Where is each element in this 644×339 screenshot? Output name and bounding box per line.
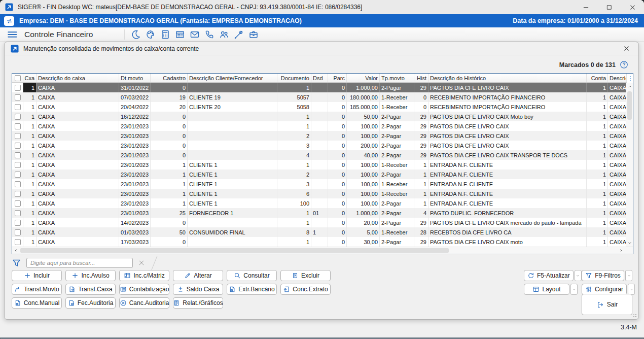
- scroll-down-button[interactable]: [626, 240, 633, 247]
- table-row[interactable]: 1CAIXA23/01/20231CLIENTE 11000100,002-Pa…: [12, 198, 627, 208]
- hamburger-icon[interactable]: [6, 29, 17, 40]
- vertical-scroll-thumb[interactable]: [627, 91, 632, 120]
- row-checkbox[interactable]: [15, 210, 21, 216]
- button-incluir[interactable]: Incluir: [12, 270, 62, 281]
- row-checkbox[interactable]: [15, 123, 21, 129]
- row-checkbox[interactable]: [15, 152, 21, 158]
- table-row[interactable]: 1CAIXA20/04/202220CLIENTE 2050580185.000…: [12, 102, 627, 112]
- column-header-dt-movto[interactable]: Dt.movto: [119, 74, 151, 82]
- maximize-button[interactable]: [597, 0, 621, 14]
- button-layout[interactable]: Layout: [524, 284, 569, 295]
- row-checkbox[interactable]: [15, 104, 21, 110]
- select-all-checkbox[interactable]: [15, 75, 21, 81]
- table-row[interactable]: 1CAIXA23/01/2023020100,002-Pagar29PAGTOS…: [12, 131, 627, 141]
- row-checkbox[interactable]: [15, 133, 21, 139]
- table-row[interactable]: 1CAIXA23/01/20231CLIENTE 110100,001-Rece…: [12, 160, 627, 170]
- button-canc-auditoria[interactable]: Canc.Auditoria: [119, 297, 169, 309]
- button-transf-movto[interactable]: Transf.Movto: [12, 284, 62, 295]
- button-conc-extrato[interactable]: Conc.Extrato: [280, 284, 331, 295]
- row-checkbox[interactable]: [15, 181, 21, 187]
- phone-icon[interactable]: [204, 29, 214, 40]
- vertical-scrollbar[interactable]: [626, 83, 633, 247]
- column-header-tp-movto[interactable]: Tp.movto: [380, 74, 414, 82]
- button-consultar[interactable]: Consultar: [227, 270, 277, 281]
- row-checkbox[interactable]: [15, 191, 21, 197]
- table-row[interactable]: 1CAIXA23/01/20231CLIENTE 120100,002-Paga…: [12, 170, 627, 179]
- row-checkbox[interactable]: [15, 220, 21, 226]
- palette-icon[interactable]: [146, 29, 156, 40]
- row-checkbox[interactable]: [15, 200, 21, 207]
- table-row[interactable]: 1CAIXA01/03/202350CONSUMIDOR FINAL8105,0…: [12, 227, 627, 237]
- column-header-dsd[interactable]: Dsd: [311, 74, 328, 82]
- envelope-icon[interactable]: [190, 29, 200, 40]
- button-f5-atualizar[interactable]: F5-Atualizar: [524, 270, 574, 281]
- button-inc-avulso[interactable]: Inc.Avulso: [65, 270, 116, 281]
- scroll-up-button[interactable]: [626, 83, 633, 90]
- button-f9-filtros[interactable]: F9-Filtros: [582, 270, 624, 281]
- clear-search-icon[interactable]: [138, 259, 145, 266]
- funnel-icon[interactable]: [12, 258, 21, 268]
- dropdown-toggle-f5-atualizar[interactable]: [575, 270, 582, 281]
- table-row[interactable]: 1CAIXA23/01/2023010100,002-Pagar29PAGTOS…: [12, 121, 627, 131]
- help-icon[interactable]: [620, 60, 628, 69]
- table-row[interactable]: 1CAIXA23/01/2023030200,002-Pagar29PAGTOS…: [12, 141, 627, 150]
- button-fec-auditoria[interactable]: Fec.Auditoria: [65, 297, 116, 309]
- users-icon[interactable]: [219, 29, 229, 40]
- column-header-hist[interactable]: Hist: [414, 74, 428, 82]
- column-header-cliente[interactable]: Descrição Cliente/Fornecedor: [188, 74, 277, 82]
- row-checkbox[interactable]: [15, 162, 21, 168]
- column-header-valor[interactable]: Valor: [347, 74, 380, 82]
- table-row[interactable]: 1CAIXA17/03/202301030,002-Pagar29PAGTOS …: [12, 237, 627, 247]
- close-button[interactable]: [621, 0, 644, 14]
- column-header-caixa[interactable]: Descrição do caixa: [37, 74, 119, 82]
- column-options-icon[interactable]: ⋮: [627, 74, 634, 83]
- row-checkbox[interactable]: [15, 143, 21, 149]
- scroll-right-button[interactable]: [618, 247, 625, 254]
- button-configurar[interactable]: Configurar: [582, 284, 627, 295]
- table-row[interactable]: 1CAIXA23/01/202304040,002-Pagar29PAGTOS …: [12, 150, 627, 160]
- tools-icon[interactable]: [234, 29, 244, 40]
- button-conc-manual[interactable]: Conc.Manual: [12, 297, 62, 309]
- button-alterar[interactable]: Alterar: [173, 270, 223, 281]
- row-checkbox[interactable]: [15, 239, 21, 245]
- dropdown-toggle-layout[interactable]: [570, 284, 578, 295]
- button-transf-caixa[interactable]: Transf.Caixa: [65, 284, 116, 295]
- row-checkbox[interactable]: [15, 85, 21, 91]
- table-row[interactable]: 1CAIXA14/02/202301020,002-Pagar29PAGTOS …: [12, 218, 627, 227]
- column-header-documento[interactable]: Documento: [277, 74, 311, 82]
- dropdown-toggle-configurar[interactable]: [628, 284, 635, 295]
- column-header-hist-desc[interactable]: Descrição do Histórico: [428, 74, 587, 82]
- moon-icon[interactable]: [131, 29, 141, 40]
- button-extr-banc-rio[interactable]: Extr.Bancário: [227, 284, 277, 295]
- button-saldo-caixa[interactable]: Saldo Caixa: [173, 284, 223, 295]
- briefcase-icon[interactable]: [248, 29, 259, 40]
- column-header-cxa[interactable]: Cxa: [23, 74, 37, 82]
- table-row[interactable]: 1CAIXA23/01/20231CLIENTE 130100,001-Rece…: [12, 179, 627, 189]
- button-inc-c-matriz[interactable]: Inc.c/Matriz: [119, 270, 169, 281]
- sair-button[interactable]: Sair: [582, 294, 632, 315]
- button-relat-gr-ficos[interactable]: Relat./Gráficos: [173, 297, 223, 309]
- row-checkbox[interactable]: [15, 229, 21, 235]
- sync-icon[interactable]: [4, 16, 14, 26]
- dropdown-toggle-f9-filtros[interactable]: [625, 270, 632, 281]
- table-row[interactable]: 1CAIXA23/01/20231CLIENTE 160100,001-Rece…: [12, 189, 627, 198]
- minimize-button[interactable]: [574, 0, 597, 14]
- table-row[interactable]: 1CAIXA07/03/202219CLIENTE 1950570180.000…: [12, 92, 627, 102]
- news-icon[interactable]: [175, 29, 185, 40]
- table-row[interactable]: 1CAIXA23/01/202325FORNECEDOR 110101.000,…: [12, 208, 627, 218]
- horizontal-scroll-thumb[interactable]: [20, 248, 449, 253]
- column-header-cadastro[interactable]: Cadastro: [151, 74, 188, 82]
- row-checkbox[interactable]: [15, 114, 21, 120]
- calculator-icon[interactable]: [160, 29, 170, 40]
- column-header-conta-desc[interactable]: Descrição: [608, 74, 627, 82]
- row-checkbox[interactable]: [15, 94, 21, 100]
- scroll-left-button[interactable]: [12, 247, 19, 254]
- horizontal-scrollbar[interactable]: [12, 247, 633, 254]
- column-header-conta[interactable]: Conta: [587, 74, 608, 82]
- column-header-parc[interactable]: Parc: [328, 74, 347, 82]
- row-checkbox[interactable]: [15, 172, 21, 178]
- button-excluir[interactable]: Excluir: [280, 270, 331, 281]
- resize-grip[interactable]: [631, 312, 636, 317]
- button-contabiliza-o[interactable]: Contabilização: [119, 284, 169, 295]
- table-row[interactable]: 1CAIXA31/01/20220101.000,002-Pagar29PAGT…: [12, 83, 627, 92]
